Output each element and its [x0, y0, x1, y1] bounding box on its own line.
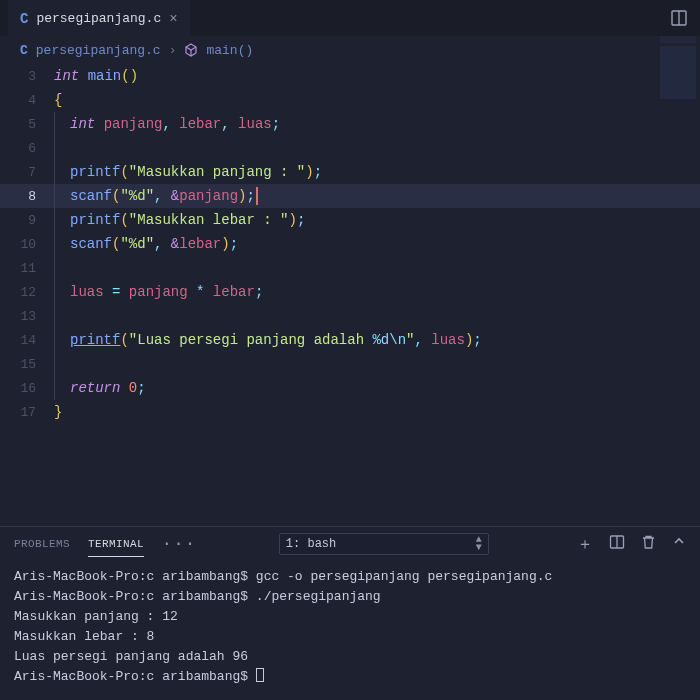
line-number: 11 — [0, 261, 54, 276]
line-number: 10 — [0, 237, 54, 252]
line-number: 9 — [0, 213, 54, 228]
terminal-line: Aris-MacBook-Pro:c aribambang$ ./persegi… — [14, 587, 686, 607]
chevron-right-icon: › — [169, 43, 177, 58]
terminal-selector[interactable]: 1: bash ▲▼ — [279, 533, 489, 555]
line-number: 14 — [0, 333, 54, 348]
text-cursor — [256, 187, 258, 205]
select-arrows-icon: ▲▼ — [476, 536, 482, 552]
tab-filename: persegipanjang.c — [36, 11, 161, 26]
line-number: 16 — [0, 381, 54, 396]
terminal-line: Aris-MacBook-Pro:c aribambang$ gcc -o pe… — [14, 567, 686, 587]
panel-tabbar: PROBLEMS TERMINAL ··· 1: bash ▲▼ ＋ — [0, 527, 700, 561]
terminal-line: Masukkan lebar : 8 — [14, 627, 686, 647]
terminal-selector-label: 1: bash — [286, 537, 336, 551]
line-number: 5 — [0, 117, 54, 132]
trash-icon[interactable] — [641, 534, 656, 555]
code-editor[interactable]: 3int main() 4{ 5int panjang, lebar, luas… — [0, 64, 700, 526]
tab-problems[interactable]: PROBLEMS — [14, 538, 70, 550]
minimap[interactable] — [660, 36, 696, 106]
line-number: 8 — [0, 189, 54, 204]
line-number: 12 — [0, 285, 54, 300]
active-line: 8scanf("%d", &panjang); — [0, 184, 700, 208]
terminal-line: Masukkan panjang : 12 — [14, 607, 686, 627]
terminal-line: Luas persegi panjang adalah 96 — [14, 647, 686, 667]
terminal-output[interactable]: Aris-MacBook-Pro:c aribambang$ gcc -o pe… — [0, 561, 700, 693]
split-editor-icon[interactable] — [670, 9, 688, 27]
line-number: 13 — [0, 309, 54, 324]
overflow-icon[interactable]: ··· — [162, 535, 197, 553]
terminal-line: Aris-MacBook-Pro:c aribambang$ — [14, 667, 686, 687]
breadcrumb-file: persegipanjang.c — [36, 43, 161, 58]
line-number: 17 — [0, 405, 54, 420]
terminal-cursor — [256, 668, 264, 682]
split-terminal-icon[interactable] — [609, 534, 625, 555]
line-number: 15 — [0, 357, 54, 372]
breadcrumb[interactable]: C persegipanjang.c › main() — [0, 36, 700, 64]
c-language-icon: C — [20, 11, 28, 27]
symbol-method-icon — [184, 43, 198, 57]
close-icon[interactable]: × — [169, 11, 177, 27]
line-number: 6 — [0, 141, 54, 156]
line-number: 3 — [0, 69, 54, 84]
bottom-panel: PROBLEMS TERMINAL ··· 1: bash ▲▼ ＋ Aris-… — [0, 526, 700, 700]
chevron-up-icon[interactable] — [672, 534, 686, 555]
tab-persegipanjang[interactable]: C persegipanjang.c × — [8, 0, 190, 36]
breadcrumb-symbol: main() — [206, 43, 253, 58]
line-number: 4 — [0, 93, 54, 108]
tab-terminal[interactable]: TERMINAL — [88, 538, 144, 557]
c-language-icon: C — [20, 43, 28, 58]
editor-tabbar: C persegipanjang.c × — [0, 0, 700, 36]
line-number: 7 — [0, 165, 54, 180]
new-terminal-icon[interactable]: ＋ — [577, 534, 593, 555]
